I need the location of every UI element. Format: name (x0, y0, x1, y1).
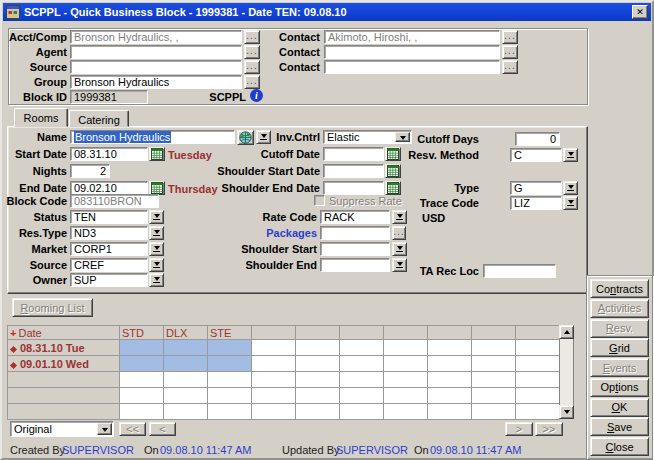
rate-code-input[interactable]: RACK (320, 210, 390, 224)
acct-comp-input[interactable]: Bronson Hydraulics, , (70, 30, 242, 44)
rooming-list-button[interactable]: Rooming List (12, 298, 93, 317)
grid-cell[interactable] (516, 356, 560, 372)
grid-cell[interactable] (516, 372, 560, 388)
side-button-grid[interactable]: Grid (590, 338, 649, 357)
grid-cell[interactable] (208, 340, 252, 356)
cutoff-date-input[interactable] (323, 147, 384, 161)
grid-row-date[interactable] (8, 404, 120, 420)
side-button-save[interactable]: Save (590, 417, 649, 436)
tab-rooms[interactable]: Rooms (14, 108, 68, 127)
grid-cell[interactable] (340, 340, 384, 356)
end-date-calendar-button[interactable] (149, 181, 165, 195)
side-button-contracts[interactable]: Contracts (590, 279, 649, 298)
packages-lookup-button[interactable]: ... (392, 226, 406, 240)
grid-cell[interactable] (340, 404, 384, 420)
grid-cell[interactable] (472, 372, 516, 388)
grid-cell[interactable] (516, 404, 560, 420)
name-input[interactable]: Bronson Hydraulics (70, 130, 235, 144)
start-date-calendar-button[interactable] (149, 147, 165, 161)
owner-input[interactable]: SUP (70, 273, 148, 287)
grid-row-date[interactable] (8, 388, 120, 404)
grid-cell[interactable] (208, 404, 252, 420)
contact2-lookup-button[interactable]: ... (502, 45, 518, 59)
shoulder-start-lov-button[interactable] (392, 242, 407, 256)
shoulder-end-input[interactable] (320, 258, 390, 272)
grid-cell[interactable] (340, 372, 384, 388)
rooms-source-lov-button[interactable] (149, 258, 164, 272)
grid-cell[interactable] (164, 372, 208, 388)
grid-cell[interactable] (472, 388, 516, 404)
grid-row-date[interactable]: 09.01.10 Wed (8, 356, 120, 372)
rooms-source-input[interactable]: CREF (70, 258, 148, 272)
chevron-down-icon[interactable] (97, 423, 112, 435)
start-date-input[interactable]: 08.31.10 (70, 147, 148, 161)
grid-cell[interactable] (120, 404, 164, 420)
market-lov-button[interactable] (149, 242, 164, 256)
packages-link[interactable]: Packages (212, 227, 317, 240)
contact3-lookup-button[interactable]: ... (502, 60, 518, 74)
shoulder-end-date-input[interactable] (323, 181, 384, 195)
grid-cell[interactable] (208, 388, 252, 404)
trace-code-lov-button[interactable] (563, 196, 578, 210)
grid-cell[interactable] (252, 404, 296, 420)
nights-input[interactable]: 2 (70, 164, 110, 178)
suppress-rate-checkbox[interactable] (314, 195, 325, 206)
grid-cell[interactable] (164, 356, 208, 372)
grid-cell[interactable] (472, 404, 516, 420)
grid-view-select[interactable]: Original (10, 421, 114, 437)
grid-cell[interactable] (296, 340, 340, 356)
resv-method-input[interactable]: C (510, 148, 562, 162)
resv-method-lov-button[interactable] (563, 148, 578, 162)
prev-page-button[interactable]: < (149, 422, 176, 436)
grid-cell[interactable] (252, 340, 296, 356)
contact1-input[interactable]: Akimoto, Hiroshi, , (324, 30, 500, 44)
grid-cell[interactable] (252, 356, 296, 372)
tab-catering[interactable]: Catering (69, 110, 129, 127)
acct-comp-lookup-button[interactable]: ... (244, 30, 260, 44)
close-icon[interactable]: ✕ (632, 5, 648, 19)
shoulder-start-date-calendar-button[interactable] (385, 164, 401, 178)
type-lov-button[interactable] (563, 181, 578, 195)
scroll-down-icon[interactable] (559, 405, 574, 419)
last-page-button[interactable]: >> (535, 422, 563, 436)
scroll-up-icon[interactable] (559, 325, 574, 339)
side-button-ok[interactable]: OK (590, 398, 649, 417)
side-button-resv[interactable]: Resv. (590, 319, 649, 338)
grid-cell[interactable] (296, 388, 340, 404)
trace-code-input[interactable]: LIZ (510, 196, 562, 210)
first-page-button[interactable]: << (119, 422, 146, 436)
grid-cell[interactable] (120, 356, 164, 372)
next-page-button[interactable]: > (505, 422, 533, 436)
grid-cell[interactable] (384, 372, 428, 388)
grid-cell[interactable] (428, 388, 472, 404)
res-type-lov-button[interactable] (149, 226, 164, 240)
grid-cell[interactable] (296, 404, 340, 420)
status-lov-button[interactable] (149, 210, 164, 224)
end-date-input[interactable]: 09.02.10 (70, 181, 148, 195)
grid-scrollbar[interactable] (559, 325, 574, 419)
grid-cell[interactable] (384, 356, 428, 372)
grid-row-date[interactable]: 08.31.10 Tue (8, 340, 120, 356)
owner-lov-button[interactable] (149, 273, 164, 287)
grid-cell[interactable] (164, 340, 208, 356)
contact3-input[interactable] (324, 60, 500, 74)
contact1-lookup-button[interactable]: ... (502, 30, 518, 44)
source-input[interactable] (70, 60, 242, 74)
rate-code-lov-button[interactable] (392, 210, 407, 224)
grid-cell[interactable] (296, 356, 340, 372)
status-input[interactable]: TEN (70, 210, 148, 224)
agent-lookup-button[interactable]: ... (244, 45, 260, 59)
grid-cell[interactable] (516, 340, 560, 356)
ta-rec-loc-input[interactable] (483, 264, 556, 278)
grid-cell[interactable] (384, 340, 428, 356)
source-lookup-button[interactable]: ... (244, 60, 260, 74)
res-type-input[interactable]: ND3 (70, 226, 148, 240)
scrollbar-track[interactable] (559, 339, 574, 405)
type-input[interactable]: G (510, 181, 562, 195)
grid-cell[interactable] (208, 356, 252, 372)
grid-cell[interactable] (252, 388, 296, 404)
contact2-input[interactable] (324, 45, 500, 59)
grid-cell[interactable] (472, 356, 516, 372)
grid-cell[interactable] (384, 388, 428, 404)
group-input[interactable]: Bronson Hydraulics (70, 75, 242, 89)
